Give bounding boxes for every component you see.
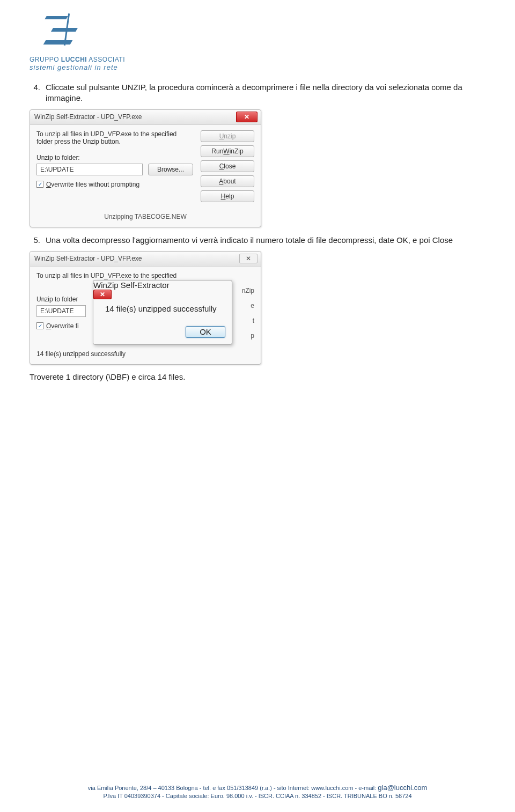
dialog-message: 14 file(s) unzipped successfully: [100, 304, 225, 313]
step-number: 4.: [30, 82, 40, 104]
step-text: Una volta decompresso l'aggiornamento vi…: [46, 235, 485, 246]
instruction-step-4: 4. Cliccate sul pulsante UNZIP, la proce…: [30, 82, 485, 104]
browse-button[interactable]: Browse...: [148, 164, 193, 175]
company-logo: GRUPPO LUCCHI ASSOCIATI sistemi gestiona…: [30, 11, 485, 71]
close-icon[interactable]: ✕: [236, 112, 258, 122]
unzip-path-input[interactable]: E:\UPDATE: [36, 164, 143, 175]
run-winzip-button[interactable]: Run WinZip: [201, 145, 254, 157]
logo-text-line1: GRUPPO LUCCHI ASSOCIATI: [30, 56, 485, 63]
status-text: 14 file(s) unzipped successfully: [36, 350, 254, 358]
instruction-step-5: 5. Una volta decompresso l'aggiornamento…: [30, 235, 485, 246]
footer-line1: via Emilia Ponente, 28/4 – 40133 Bologna…: [0, 783, 515, 793]
overwrite-label: Overwrite files without prompting: [46, 181, 139, 188]
window-title: WinZip Self-Extractor - UPD_VFP.exe: [34, 113, 236, 121]
page-footer: via Emilia Ponente, 28/4 – 40133 Bologna…: [0, 783, 515, 800]
close-icon[interactable]: ✕: [239, 254, 258, 263]
unzip-to-label: Unzip to folder:: [36, 154, 193, 161]
success-dialog: WinZip Self-Extractor ✕ 14 file(s) unzip…: [93, 280, 232, 345]
overwrite-label: Overwrite fi: [46, 322, 79, 330]
unzip-path-input[interactable]: E:\UPDATE: [36, 305, 86, 317]
close-button[interactable]: Close: [201, 160, 254, 172]
dialog-title: WinZip Self-Extractor: [93, 280, 170, 290]
ok-button[interactable]: OK: [186, 326, 225, 338]
partial-button-text: nZip: [239, 287, 254, 294]
logo-mark: [40, 11, 83, 54]
titlebar: WinZip Self-Extractor ✕: [93, 280, 232, 296]
partial-button-text: t: [239, 317, 254, 324]
status-text: Unzipping TABECOGE.NEW: [36, 213, 254, 220]
checkmark-icon: ✓: [36, 181, 43, 188]
overwrite-checkbox[interactable]: ✓ Overwrite files without prompting: [36, 181, 193, 188]
checkmark-icon: ✓: [36, 322, 43, 329]
window-title: WinZip Self-Extractor - UPD_VFP.exe: [34, 255, 239, 262]
unzip-button[interactable]: Unzip: [201, 130, 254, 142]
footer-line2: P.Iva IT 04039390374 - Capitale sociale:…: [0, 792, 515, 800]
titlebar: WinZip Self-Extractor - UPD_VFP.exe ✕: [30, 252, 261, 267]
step-text: Cliccate sul pulsante UNZIP, la procedur…: [46, 82, 485, 104]
result-note: Troverete 1 directory (\DBF) e circa 14 …: [30, 372, 485, 381]
instruction-text: To unzip all files in UPD_VFP.exe to the…: [36, 272, 232, 279]
titlebar: WinZip Self-Extractor - UPD_VFP.exe ✕: [30, 110, 261, 125]
winzip-self-extractor-window: WinZip Self-Extractor - UPD_VFP.exe ✕ To…: [30, 109, 261, 227]
help-button[interactable]: Help: [201, 190, 254, 202]
winzip-window-with-modal: WinZip Self-Extractor - UPD_VFP.exe ✕ To…: [30, 251, 261, 365]
step-number: 5.: [30, 235, 40, 246]
about-button[interactable]: About: [201, 175, 254, 187]
partial-button-text: e: [239, 302, 254, 309]
logo-text-line2: sistemi gestionali in rete: [30, 63, 485, 71]
instruction-text: To unzip all files in UPD_VFP.exe to the…: [36, 130, 193, 145]
partial-button-text: p: [239, 332, 254, 339]
footer-email: gla@lucchi.com: [378, 784, 427, 792]
